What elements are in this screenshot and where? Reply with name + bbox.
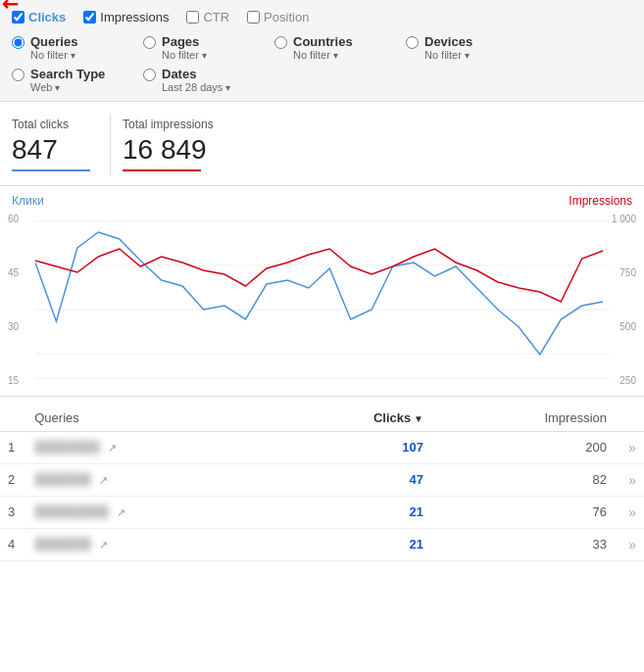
dates-radio[interactable]	[143, 69, 156, 81]
y-axis-left: 60 45 30 15	[8, 212, 19, 388]
row-arrow-2[interactable]: »	[615, 463, 644, 496]
clicks-val-2: 47	[276, 463, 431, 496]
impressions-val-2: 82	[431, 463, 615, 496]
chart-wrapper: 60 45 30 15 1 000 750	[8, 212, 636, 388]
col-arrow	[615, 405, 644, 432]
dimension-row-1: Queries No filter Pages No filter Countr…	[12, 34, 632, 61]
row-num-2: 2	[0, 463, 26, 496]
countries-label: Countries	[293, 34, 353, 49]
countries-radio[interactable]	[274, 36, 287, 49]
clicks-stat-value: 847	[12, 135, 90, 166]
filter-bar: ↙ Clicks Impressions CTR Position Querie…	[0, 0, 644, 102]
dimension-queries[interactable]: Queries No filter	[12, 34, 120, 61]
row-arrow-4[interactable]: »	[615, 528, 644, 560]
col-queries: Queries	[26, 405, 276, 432]
dimension-devices[interactable]: Devices No filter	[406, 34, 514, 61]
blurred-query-1: ••••••• ••••••	[34, 440, 100, 455]
dates-label: Dates	[162, 67, 230, 81]
row-num-4: 4	[0, 528, 26, 560]
metric-impressions[interactable]: Impressions	[83, 10, 169, 24]
ext-link-3[interactable]: ↗	[117, 506, 125, 518]
query-cell-1: ••••••• •••••• ↗	[26, 431, 276, 463]
metric-position[interactable]: Position	[247, 10, 309, 24]
table-row: 3 ••••••••• •••••• ↗ 21 76 »	[0, 496, 644, 528]
queries-filter[interactable]: No filter	[30, 49, 77, 61]
impressions-stat-value: 16 849	[123, 135, 214, 166]
pages-radio[interactable]	[143, 36, 156, 49]
blurred-query-3: ••••••••• ••••••	[34, 504, 109, 519]
clicks-stat-label: Total clicks	[12, 118, 90, 131]
queries-label: Queries	[30, 34, 77, 49]
pages-label: Pages	[162, 34, 207, 49]
chart-section: Клики Impressions 60 45 30 15	[0, 186, 644, 397]
table-row: 1 ••••••• •••••• ↗ 107 200 »	[0, 431, 644, 463]
dimension-row-2: Search Type Web Dates Last 28 days	[12, 67, 632, 93]
ext-link-4[interactable]: ↗	[99, 539, 108, 551]
dates-filter[interactable]: Last 28 days	[162, 81, 230, 93]
chart-svg	[35, 212, 609, 388]
col-clicks[interactable]: Clicks	[276, 405, 431, 432]
chart-canvas	[35, 212, 609, 388]
devices-filter[interactable]: No filter	[424, 49, 472, 61]
ext-link-1[interactable]: ↗	[108, 442, 117, 454]
ext-link-2[interactable]: ↗	[99, 474, 108, 486]
dimension-countries[interactable]: Countries No filter	[274, 34, 382, 61]
row-num-3: 3	[0, 496, 26, 528]
impressions-stat-label: Total impressions	[123, 118, 214, 131]
clicks-underline	[12, 169, 90, 171]
query-cell-4: •••••••• ••• ↗	[26, 528, 276, 560]
metrics-row: ↙ Clicks Impressions CTR Position	[12, 10, 632, 24]
table-header: Queries Clicks Impression	[0, 405, 644, 432]
dimension-pages[interactable]: Pages No filter	[143, 34, 251, 61]
search-type-label: Search Type	[30, 67, 105, 81]
impressions-val-4: 33	[431, 528, 615, 560]
search-type-filter[interactable]: Web	[30, 81, 105, 93]
impressions-label: Impressions	[100, 10, 169, 24]
chart-left-label: Клики	[8, 194, 44, 208]
table-body: 1 ••••••• •••••• ↗ 107 200 » 2 ••••••• •…	[0, 431, 644, 560]
blurred-query-4: •••••••• •••	[34, 537, 91, 552]
ctr-checkbox[interactable]	[186, 11, 199, 24]
dimension-rows: Queries No filter Pages No filter Countr…	[12, 34, 632, 93]
clicks-val-4: 21	[276, 528, 431, 560]
query-cell-2: ••••••• •••• ↗	[26, 463, 276, 496]
queries-radio[interactable]	[12, 36, 25, 49]
col-num	[0, 405, 26, 432]
search-type-radio[interactable]	[12, 69, 25, 81]
impressions-checkbox[interactable]	[83, 11, 96, 24]
clicks-val-3: 21	[276, 496, 431, 528]
chart-right-label: Impressions	[569, 194, 636, 208]
position-checkbox[interactable]	[247, 11, 260, 24]
position-label: Position	[264, 10, 309, 24]
blurred-query-2: ••••••• ••••	[34, 472, 91, 487]
col-impressions: Impression	[431, 405, 615, 432]
clicks-label: Clicks	[28, 10, 66, 24]
devices-label: Devices	[424, 34, 472, 49]
table-row: 2 ••••••• •••• ↗ 47 82 »	[0, 463, 644, 496]
impressions-val-3: 76	[431, 496, 615, 528]
clicks-checkbox[interactable]	[12, 11, 25, 24]
query-cell-3: ••••••••• •••••• ↗	[26, 496, 276, 528]
total-clicks-box: Total clicks 847	[0, 114, 111, 175]
table-section: Queries Clicks Impression 1 ••••••• ••••…	[0, 397, 644, 569]
table-row: 4 •••••••• ••• ↗ 21 33 »	[0, 528, 644, 560]
clicks-val-1: 107	[276, 431, 431, 463]
impressions-underline	[123, 169, 201, 171]
dimension-dates[interactable]: Dates Last 28 days	[143, 67, 251, 93]
metric-clicks[interactable]: ↙ Clicks	[12, 10, 66, 24]
countries-filter[interactable]: No filter	[293, 49, 353, 61]
row-arrow-3[interactable]: »	[615, 496, 644, 528]
impressions-val-1: 200	[431, 431, 615, 463]
pages-filter[interactable]: No filter	[162, 49, 207, 61]
total-impressions-box: Total impressions 16 849	[111, 114, 233, 175]
queries-table: Queries Clicks Impression 1 ••••••• ••••…	[0, 405, 644, 561]
stats-section: Total clicks 847 Total impressions 16 84…	[0, 102, 644, 186]
devices-radio[interactable]	[406, 36, 419, 49]
row-arrow-1[interactable]: »	[615, 431, 644, 463]
chart-labels-row: Клики Impressions	[8, 194, 636, 208]
dimension-search-type[interactable]: Search Type Web	[12, 67, 120, 93]
y-axis-right: 1 000 750 500 250	[612, 212, 636, 388]
ctr-label: CTR	[203, 10, 229, 24]
row-num-1: 1	[0, 431, 26, 463]
metric-ctr[interactable]: CTR	[186, 10, 229, 24]
